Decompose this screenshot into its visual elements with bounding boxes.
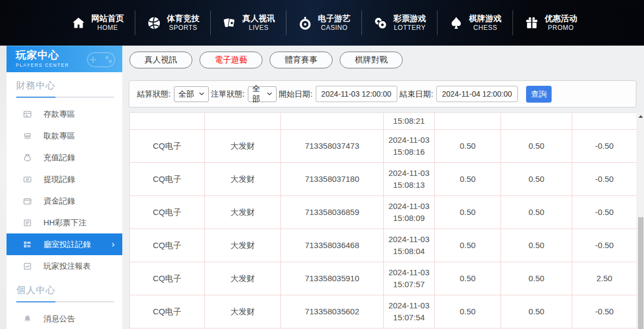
table-row[interactable]: CQ电子 大发财 713358035602 2024-11-03 15:07:5… [130,295,637,328]
sidebar-item[interactable]: 資金記錄 [7,190,122,212]
nav-item[interactable]: 彩票游戏 LOTTERY [361,10,437,35]
sidebar-item-label: 廳室投註記錄 [43,239,91,250]
cell-valid-bet: 0.50 [501,162,572,195]
nav-item[interactable]: 优惠活动 PROMO [512,10,588,35]
tab-button[interactable]: 體育賽事 [270,52,333,68]
sports-ball-icon [146,15,161,30]
table-scrollbar[interactable] [637,112,644,329]
cell-date: 2024-11-03 [384,233,434,245]
cell-date: 2024-11-03 [384,167,434,179]
cell-time: 15:07:54 [384,312,434,324]
section-title-personal: 個人中心 [7,284,122,296]
cell-bet: 0.50 [435,262,501,295]
start-date-label: 開始日期: [279,89,312,99]
bet-records-table: 15:08:21 CQ电子 大发财 713358037473 [129,112,636,329]
lottery-bet-icon [23,218,32,227]
sidebar-item[interactable]: HH彩票下注 [7,212,122,233]
sidebar-item[interactable]: 消息公告 [7,308,122,329]
sidebar-item[interactable]: 廳室投註記錄 [7,233,122,255]
table-row[interactable]: CQ电子 大发财 713358036468 2024-11-03 15:08:0… [130,229,637,262]
up-triangle-icon [639,115,643,118]
nav-item[interactable]: 棋牌游戏 CHESS [437,10,512,35]
sidebar-item[interactable]: 提現記錄 [7,168,122,190]
cell-order-id: 713358036468 [281,229,384,262]
tab-button[interactable]: 棋牌對戰 [340,52,403,68]
sidebar-item-label: 玩家投注報表 [43,261,91,271]
cell-bet: 0.50 [435,229,501,262]
cell-time: 15:08:16 [384,146,434,158]
table-row[interactable]: CQ电子 大发财 713358035910 2024-11-03 15:07:5… [130,262,637,295]
sidebar-item[interactable]: 存款專區 [7,103,122,125]
personal-section: 個人中心 消息公告 [7,284,122,329]
order-status-select[interactable]: 全部 [248,86,277,102]
sidebar-item[interactable]: 玩家投注報表 [7,255,122,277]
playing-cards-icon [222,15,237,30]
nav-item[interactable]: 体育竞技 SPORTS [135,10,210,35]
end-date-label: 結束日期: [399,89,433,99]
cell-order-id: 713358037180 [281,162,384,195]
filter-bar: 結算狀態: 全部 注單狀態: 全部 開始日期: 結束日期: 查詢 [129,80,636,107]
cell-provider: CQ电子 [130,162,205,195]
nav-item-text: 真人视讯 LIVES [242,14,275,32]
settle-status-select[interactable]: 全部 [174,86,209,102]
nav-item[interactable]: 电子游艺 CASINO [286,10,361,35]
cell-valid-bet: 0.50 [501,195,572,229]
top-navigation: 网站首页 HOME 体育竞技 SPORTS 真人视讯 [0,0,644,46]
nav-label-en: LOTTERY [394,24,426,32]
scroll-up-arrow[interactable] [637,112,644,120]
cell-profit: -0.50 [572,295,637,328]
settle-status-label: 結算狀態: [137,89,171,99]
cell-provider: CQ电子 [130,262,205,295]
table-row[interactable]: CQ电子 大发财 713358037473 2024-11-03 15:08:1… [130,129,637,162]
cell-date: 2024-11-03 [384,300,434,312]
table-row[interactable]: CQ电子 大发财 713358037180 2024-11-03 15:08:1… [130,162,637,195]
nav-item-text: 体育竞技 SPORTS [167,14,199,32]
cell-datetime: 2024-11-03 15:08:13 [384,162,435,195]
nav-label-zh: 网站首页 [91,14,124,24]
nav-label-en: SPORTS [169,24,197,32]
main-content: 真人視訊 電子遊藝 體育賽事 棋牌對戰 結算狀態: 全部 注 [122,46,644,329]
bell-icon [23,314,32,324]
cell-game: 大发财 [205,195,281,229]
game-tabs: 真人視訊 電子遊藝 體育賽事 棋牌對戰 [129,52,403,68]
sidebar-item[interactable]: 充值記錄 [7,147,122,168]
cell-provider: CQ电子 [130,129,205,162]
cell-profit: -0.50 [572,229,637,262]
table-row[interactable]: CQ电子 大发财 713358036859 2024-11-03 15:08:0… [130,195,637,229]
cell-game: 大发财 [205,295,281,328]
tab-label: 電子遊藝 [215,55,247,65]
scrollbar-thumb[interactable] [638,217,643,329]
start-date-input[interactable] [316,86,397,102]
cell-bet: 0.50 [435,162,501,195]
withdraw-icon [23,131,32,141]
settle-status-value: 全部 [178,89,194,99]
recharge-record-icon [23,153,32,162]
sidebar-item-label: 提現記錄 [43,174,75,185]
tab-button[interactable]: 真人視訊 [129,52,192,68]
cell-order-id: 713358035602 [281,295,384,328]
lottery-balls-icon [373,15,388,30]
search-button[interactable]: 查詢 [526,86,552,103]
gamepad-icon [84,48,118,72]
cell-profit: -0.50 [572,195,637,229]
chevron-down-icon [267,92,272,96]
cell-time: 15:08:04 [384,245,434,257]
nav-label-zh: 优惠活动 [545,14,577,24]
cell-order-id: 713358036859 [281,195,384,229]
end-date-input[interactable] [436,86,518,102]
nav-item[interactable]: 真人视讯 LIVES [210,10,286,35]
tab-label: 棋牌對戰 [355,55,387,65]
nav-item-text: 网站首页 HOME [91,14,124,32]
cell-date: 2024-11-03 [384,200,434,212]
nav-label-en: CASINO [321,24,347,32]
cell-order-id: 713358037473 [281,129,384,162]
sidebar-item[interactable]: 取款專區 [7,125,122,147]
cell-time: 15:07:57 [384,279,434,290]
tab-button[interactable]: 電子遊藝 [199,52,262,68]
cell-game: 大发财 [205,162,281,195]
tab-label: 真人視訊 [145,55,177,65]
nav-label-en: CHESS [473,24,497,32]
players-center-header: 玩家中心 PLAYERS CENTER [7,46,122,72]
nav-item[interactable]: 网站首页 HOME [60,10,135,35]
nav-item-text: 棋牌游戏 CHESS [469,14,502,32]
